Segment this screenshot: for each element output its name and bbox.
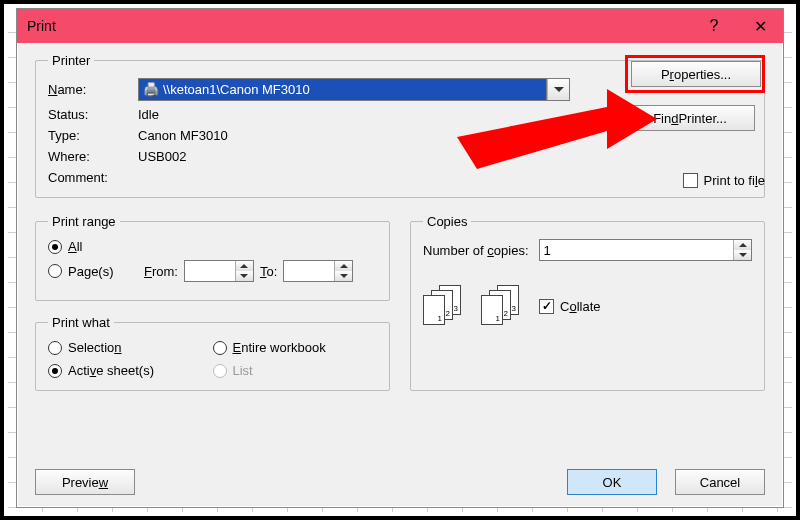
from-label: From: xyxy=(144,264,178,279)
from-input[interactable] xyxy=(184,260,254,282)
radio-icon xyxy=(213,341,227,355)
what-list-option: List xyxy=(213,363,378,378)
what-active-label: Active sheet(s) xyxy=(68,363,154,378)
printer-dropdown-button[interactable] xyxy=(547,79,569,100)
print-what-legend: Print what xyxy=(48,315,114,330)
properties-highlight-box: Properties... xyxy=(625,55,765,93)
status-value: Idle xyxy=(138,107,159,122)
radio-icon xyxy=(213,364,227,378)
status-label: Status: xyxy=(48,107,128,122)
num-copies-input[interactable]: 1 xyxy=(539,239,752,261)
close-button[interactable]: ✕ xyxy=(737,9,783,43)
what-entire-label: Entire workbook xyxy=(233,340,326,355)
what-active-option[interactable]: Active sheet(s) xyxy=(48,363,213,378)
comment-label: Comment: xyxy=(48,170,128,185)
range-pages-label: Page(s) xyxy=(68,264,114,279)
range-pages-option[interactable]: Page(s) xyxy=(48,264,138,279)
where-value: USB002 xyxy=(138,149,186,164)
collate-option[interactable]: Collate xyxy=(539,299,600,314)
spinner-down-icon[interactable] xyxy=(335,271,352,281)
printer-group-legend: Printer xyxy=(48,53,94,68)
preview-button[interactable]: Preview xyxy=(35,469,135,495)
collate-checkbox[interactable] xyxy=(539,299,554,314)
range-all-label: All xyxy=(68,239,82,254)
range-all-option[interactable]: All xyxy=(48,239,82,254)
print-to-file-label: Print to file xyxy=(704,173,765,188)
printer-select[interactable]: 🖨️ \\ketoan1\Canon MF3010 xyxy=(138,78,570,101)
radio-icon xyxy=(48,364,62,378)
spinner-up-icon[interactable] xyxy=(335,261,352,271)
printer-selected-value: \\ketoan1\Canon MF3010 xyxy=(163,82,310,97)
what-entire-option[interactable]: Entire workbook xyxy=(213,340,378,355)
to-input[interactable] xyxy=(283,260,353,282)
where-label: Where: xyxy=(48,149,128,164)
collate-illustration-icon: 3 2 1 xyxy=(481,285,523,327)
collate-label: Collate xyxy=(560,299,600,314)
type-label: Type: xyxy=(48,128,128,143)
to-label: To: xyxy=(260,264,277,279)
radio-icon xyxy=(48,341,62,355)
what-selection-label: Selection xyxy=(68,340,121,355)
spinner-down-icon[interactable] xyxy=(734,250,751,260)
title-bar: Print ? ✕ xyxy=(17,9,783,43)
what-selection-option[interactable]: Selection xyxy=(48,340,213,355)
help-button[interactable]: ? xyxy=(691,9,737,43)
print-dialog: Print ? ✕ Printer Name: 🖨️ \\ketoan1\Can… xyxy=(16,8,784,508)
dialog-title: Print xyxy=(17,18,56,34)
spinner-down-icon[interactable] xyxy=(236,271,253,281)
find-printer-button[interactable]: Find Printer... xyxy=(625,105,755,131)
spinner-up-icon[interactable] xyxy=(236,261,253,271)
print-to-file-checkbox[interactable] xyxy=(683,173,698,188)
num-copies-label: Number of copies: xyxy=(423,243,529,258)
copies-legend: Copies xyxy=(423,214,471,229)
radio-icon xyxy=(48,264,62,278)
spinner-up-icon[interactable] xyxy=(734,240,751,250)
radio-icon xyxy=(48,240,62,254)
print-range-legend: Print range xyxy=(48,214,120,229)
ok-button[interactable]: OK xyxy=(567,469,657,495)
type-value: Canon MF3010 xyxy=(138,128,228,143)
name-label: Name: xyxy=(48,82,128,97)
chevron-down-icon xyxy=(554,87,564,92)
what-list-label: List xyxy=(233,363,253,378)
cancel-button[interactable]: Cancel xyxy=(675,469,765,495)
properties-button[interactable]: Properties... xyxy=(631,61,761,87)
dialog-footer: Preview OK Cancel xyxy=(17,457,783,507)
printer-icon: 🖨️ xyxy=(143,82,159,97)
collate-illustration-icon: 3 2 1 xyxy=(423,285,465,327)
